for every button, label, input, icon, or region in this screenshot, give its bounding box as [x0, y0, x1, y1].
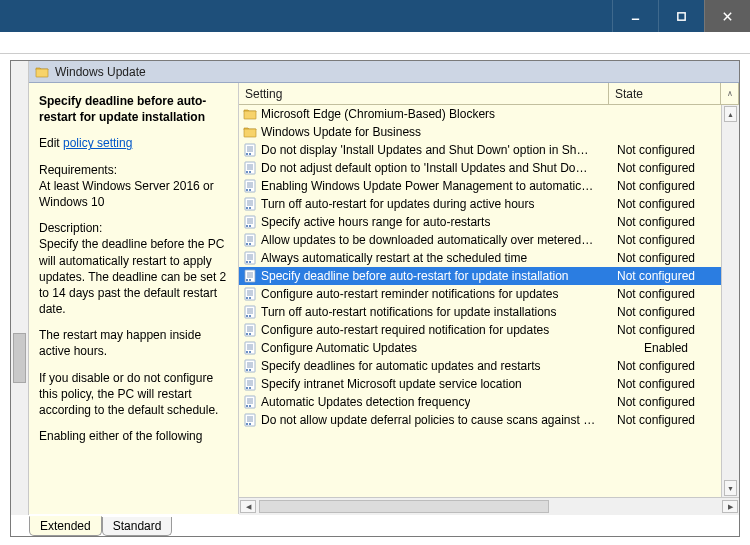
svg-point-60: [249, 297, 251, 299]
category-header: Windows Update: [29, 61, 739, 83]
svg-rect-1: [678, 12, 685, 19]
scroll-left-button[interactable]: ◀: [240, 500, 256, 513]
column-header: Setting State ∧: [239, 83, 739, 105]
svg-rect-5: [244, 111, 256, 119]
setting-icon: [243, 251, 257, 265]
tab-standard[interactable]: Standard: [102, 517, 173, 536]
left-tree-scrollbar[interactable]: [11, 61, 29, 515]
settings-rows: Microsoft Edge (Chromium-Based) Blockers…: [239, 105, 721, 497]
setting-row[interactable]: Do not allow update deferral policies to…: [239, 411, 721, 429]
setting-label: Enabling Windows Update Power Management…: [261, 179, 593, 193]
setting-row[interactable]: Configure auto-restart required notifica…: [239, 321, 721, 339]
setting-icon: [243, 413, 257, 427]
svg-point-12: [249, 153, 251, 155]
setting-icon: [243, 305, 257, 319]
setting-row[interactable]: Specify intranet Microsoft update servic…: [239, 375, 721, 393]
policy-title: Specify deadline before auto-restart for…: [39, 93, 230, 125]
setting-icon: [243, 341, 257, 355]
setting-label: Allow updates to be downloaded automatic…: [261, 233, 593, 247]
svg-point-78: [249, 351, 251, 353]
setting-row[interactable]: Allow updates to be downloaded automatic…: [239, 231, 721, 249]
description-pane: Specify deadline before auto-restart for…: [29, 83, 239, 515]
list-horizontal-scrollbar[interactable]: ◀ ▶: [239, 497, 739, 515]
svg-point-59: [246, 297, 248, 299]
setting-state: Not configured: [611, 287, 721, 301]
scroll-down-button[interactable]: ▼: [724, 480, 737, 496]
svg-point-83: [246, 369, 248, 371]
column-scroll-gap: ∧: [721, 83, 739, 104]
column-setting[interactable]: Setting: [239, 83, 609, 104]
folder-icon: [243, 107, 257, 121]
setting-label: Automatic Updates detection frequency: [261, 395, 470, 409]
tab-extended[interactable]: Extended: [29, 516, 102, 536]
description-p4: Enabling either of the following: [39, 428, 230, 444]
folder-row[interactable]: Windows Update for Business: [239, 123, 721, 141]
setting-row[interactable]: Specify deadlines for automatic updates …: [239, 357, 721, 375]
edit-policy-link[interactable]: policy setting: [63, 136, 132, 150]
setting-row[interactable]: Enabling Windows Update Power Management…: [239, 177, 721, 195]
setting-label: Configure Automatic Updates: [261, 341, 417, 355]
setting-state: Not configured: [611, 179, 721, 193]
setting-row[interactable]: Do not adjust default option to 'Install…: [239, 159, 721, 177]
folder-row[interactable]: Microsoft Edge (Chromium-Based) Blockers: [239, 105, 721, 123]
hscroll-thumb[interactable]: [259, 500, 549, 513]
setting-state: Not configured: [611, 215, 721, 229]
requirements-label: Requirements:: [39, 163, 117, 177]
setting-icon: [243, 287, 257, 301]
column-state[interactable]: State: [609, 83, 721, 104]
tab-strip: Extended Standard: [11, 514, 739, 536]
setting-state: Enabled: [611, 341, 721, 355]
setting-row[interactable]: Turn off auto-restart for updates during…: [239, 195, 721, 213]
setting-icon: [243, 323, 257, 337]
setting-icon: [243, 143, 257, 157]
svg-point-41: [246, 243, 248, 245]
maximize-button[interactable]: [658, 0, 704, 32]
menu-bar: [0, 32, 750, 54]
setting-label: Always automatically restart at the sche…: [261, 251, 527, 265]
setting-row[interactable]: Configure Automatic UpdatesEnabled: [239, 339, 721, 357]
setting-row[interactable]: Specify active hours range for auto-rest…: [239, 213, 721, 231]
minimize-button[interactable]: [612, 0, 658, 32]
svg-rect-6: [244, 129, 256, 137]
setting-label: Do not allow update deferral policies to…: [261, 413, 595, 427]
svg-point-77: [246, 351, 248, 353]
title-bar: [0, 0, 750, 32]
scroll-right-button[interactable]: ▶: [722, 500, 738, 513]
svg-point-53: [246, 279, 248, 281]
svg-point-36: [249, 225, 251, 227]
category-label: Windows Update: [55, 65, 146, 79]
setting-row[interactable]: Turn off auto-restart notifications for …: [239, 303, 721, 321]
setting-label: Turn off auto-restart for updates during…: [261, 197, 534, 211]
setting-row[interactable]: Always automatically restart at the sche…: [239, 249, 721, 267]
svg-point-66: [249, 315, 251, 317]
setting-label: Do not display 'Install Updates and Shut…: [261, 143, 588, 157]
description-label: Description:: [39, 221, 102, 235]
close-button[interactable]: [704, 0, 750, 32]
description-p2: The restart may happen inside active hou…: [39, 327, 230, 359]
setting-label: Configure auto-restart required notifica…: [261, 323, 549, 337]
setting-row[interactable]: Do not display 'Install Updates and Shut…: [239, 141, 721, 159]
description-text: Specify the deadline before the PC will …: [39, 237, 226, 316]
svg-point-101: [246, 423, 248, 425]
svg-point-17: [246, 171, 248, 173]
setting-label: Windows Update for Business: [261, 125, 421, 139]
folder-icon: [35, 65, 49, 79]
scroll-up-button[interactable]: ▲: [724, 106, 737, 122]
svg-point-65: [246, 315, 248, 317]
setting-label: Configure auto-restart reminder notifica…: [261, 287, 559, 301]
svg-point-84: [249, 369, 251, 371]
setting-icon: [243, 395, 257, 409]
svg-point-11: [246, 153, 248, 155]
svg-point-90: [249, 387, 251, 389]
left-scroll-thumb[interactable]: [13, 333, 26, 383]
setting-state: Not configured: [611, 161, 721, 175]
setting-label: Specify active hours range for auto-rest…: [261, 215, 490, 229]
list-vertical-scrollbar[interactable]: ▲ ▼: [721, 105, 739, 497]
setting-row[interactable]: Automatic Updates detection frequencyNot…: [239, 393, 721, 411]
setting-row[interactable]: Specify deadline before auto-restart for…: [239, 267, 721, 285]
svg-point-47: [246, 261, 248, 263]
setting-row[interactable]: Configure auto-restart reminder notifica…: [239, 285, 721, 303]
setting-label: Do not adjust default option to 'Install…: [261, 161, 588, 175]
setting-state: Not configured: [611, 395, 721, 409]
setting-state: Not configured: [611, 323, 721, 337]
